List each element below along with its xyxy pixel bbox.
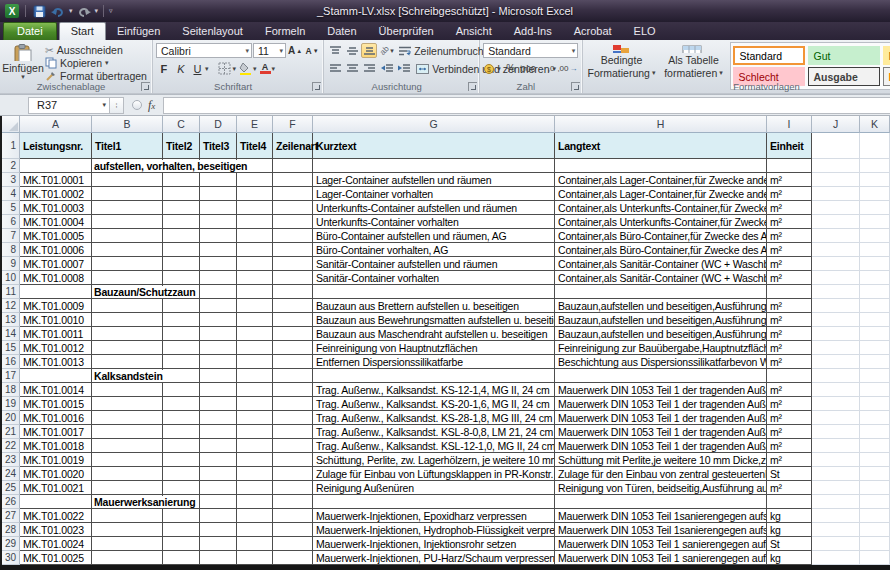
cell-I30[interactable]: kg (767, 551, 812, 565)
cell-G6[interactable]: Unterkunfts-Container vorhalten (313, 215, 555, 229)
cell-D22[interactable] (200, 439, 237, 453)
cell-J9[interactable] (812, 257, 860, 271)
cell-B23[interactable] (92, 453, 163, 467)
cell-K2[interactable] (860, 159, 890, 173)
italic-button[interactable]: K (173, 61, 189, 76)
cell-G3[interactable]: Lager-Container aufstellen und räumen (313, 173, 555, 187)
cell-J11[interactable] (812, 285, 860, 299)
cell-I20[interactable]: m² (767, 411, 812, 425)
cell-J12[interactable] (812, 299, 860, 313)
cell-B20[interactable] (92, 411, 163, 425)
cell-E28[interactable] (237, 523, 273, 537)
row-header-30[interactable]: 30 (2, 551, 20, 565)
cell-B17[interactable]: Kalksandstein (92, 369, 163, 383)
cell-F9[interactable] (273, 257, 313, 271)
cell-J5[interactable] (812, 201, 860, 215)
column-header-H[interactable]: H (555, 116, 767, 133)
cell-G10[interactable]: Sanitär-Container vorhalten (313, 271, 555, 285)
grow-font-icon[interactable]: A▲ (287, 43, 303, 58)
select-all-corner[interactable] (2, 116, 20, 133)
cell-B26[interactable]: Mauerwerksanierung (92, 495, 163, 509)
cell-D26[interactable] (200, 495, 237, 509)
cell-E4[interactable] (237, 187, 273, 201)
name-box-splitter[interactable]: ⁞ (110, 97, 124, 114)
cell-C15[interactable] (163, 341, 200, 355)
cell-D29[interactable] (200, 537, 237, 551)
cell-C6[interactable] (163, 215, 200, 229)
cell-K15[interactable] (860, 341, 890, 355)
cell-F17[interactable] (273, 369, 313, 383)
cell-I22[interactable]: m² (767, 439, 812, 453)
cell-J8[interactable] (812, 243, 860, 257)
cell-E13[interactable] (237, 313, 273, 327)
cell-J7[interactable] (812, 229, 860, 243)
cell-B29[interactable] (92, 537, 163, 551)
cell-G27[interactable]: Mauerwerk-Injektionen, Epoxidharz verpre… (313, 509, 555, 523)
cell-C14[interactable] (163, 327, 200, 341)
cell-B1[interactable]: Titel1 (92, 133, 163, 159)
tab-ansicht[interactable]: Ansicht (445, 23, 503, 40)
cell-I6[interactable]: m² (767, 215, 812, 229)
cell-H3[interactable]: Container,als Lager-Container,für Zwecke… (555, 173, 767, 187)
font-dialog-launcher-icon[interactable] (312, 82, 321, 91)
cell-B25[interactable] (92, 481, 163, 495)
cell-J6[interactable] (812, 215, 860, 229)
cell-D14[interactable] (200, 327, 237, 341)
cell-K24[interactable] (860, 467, 890, 481)
wrap-text-button[interactable]: Zeilenumbruch (397, 44, 485, 57)
cell-A26[interactable] (20, 495, 92, 509)
cell-K29[interactable] (860, 537, 890, 551)
cell-B15[interactable] (92, 341, 163, 355)
tab-add-ins[interactable]: Add-Ins (503, 23, 563, 40)
cell-I23[interactable]: m² (767, 453, 812, 467)
cell-A22[interactable]: MK.T01.0018 (20, 439, 92, 453)
cell-J29[interactable] (812, 537, 860, 551)
cell-B4[interactable] (92, 187, 163, 201)
row-header-12[interactable]: 12 (2, 299, 20, 313)
cell-B22[interactable] (92, 439, 163, 453)
row-header-28[interactable]: 28 (2, 523, 20, 537)
cell-K17[interactable] (860, 369, 890, 383)
tab-formeln[interactable]: Formeln (254, 23, 316, 40)
paste-button[interactable]: Einfügen ▾ (3, 42, 43, 81)
cell-A28[interactable]: MK.T01.0023 (20, 523, 92, 537)
tab-elo[interactable]: ELO (623, 23, 667, 40)
cell-A25[interactable]: MK.T01.0021 (20, 481, 92, 495)
cell-G2[interactable] (313, 159, 555, 173)
cell-I14[interactable]: m² (767, 327, 812, 341)
fx-icon[interactable]: fx (148, 98, 155, 113)
cell-I24[interactable]: St (767, 467, 812, 481)
cell-H27[interactable]: Mauerwerk DIN 1053 Teil 1sanierengegen a… (555, 509, 767, 523)
column-header-K[interactable]: K (860, 116, 890, 133)
cell-F23[interactable] (273, 453, 313, 467)
cell-A15[interactable]: MK.T01.0012 (20, 341, 92, 355)
cell-A29[interactable]: MK.T01.0024 (20, 537, 92, 551)
cell-A24[interactable]: MK.T01.0020 (20, 467, 92, 481)
cell-J30[interactable] (812, 551, 860, 565)
cell-E3[interactable] (237, 173, 273, 187)
row-header-16[interactable]: 16 (2, 355, 20, 369)
cell-H20[interactable]: Mauerwerk DIN 1053 Teil 1 der tragenden … (555, 411, 767, 425)
cell-H8[interactable]: Container,als Büro-Container,für Zwecke … (555, 243, 767, 257)
cell-B24[interactable] (92, 467, 163, 481)
align-left-icon[interactable] (327, 61, 343, 76)
cell-D13[interactable] (200, 313, 237, 327)
cell-K19[interactable] (860, 397, 890, 411)
cell-D23[interactable] (200, 453, 237, 467)
cell-B19[interactable] (92, 397, 163, 411)
cell-E18[interactable] (237, 383, 273, 397)
cell-E17[interactable] (237, 369, 273, 383)
cell-C8[interactable] (163, 243, 200, 257)
cell-C25[interactable] (163, 481, 200, 495)
cell-I15[interactable]: m² (767, 341, 812, 355)
cell-C1[interactable]: Titel2 (163, 133, 200, 159)
number-format-combo[interactable]: Standard▾ (483, 43, 578, 58)
cell-C27[interactable] (163, 509, 200, 523)
cell-style-gut[interactable]: Gut (808, 46, 880, 65)
cell-F5[interactable] (273, 201, 313, 215)
cell-A14[interactable]: MK.T01.0011 (20, 327, 92, 341)
cell-E1[interactable]: Titel4 (237, 133, 273, 159)
cell-B11[interactable]: Bauzaun/Schutzzaun (92, 285, 163, 299)
decrease-indent-icon[interactable] (379, 61, 395, 76)
cell-H29[interactable]: Mauerwerk DIN 1053 Teil 1 sanierengegen … (555, 537, 767, 551)
